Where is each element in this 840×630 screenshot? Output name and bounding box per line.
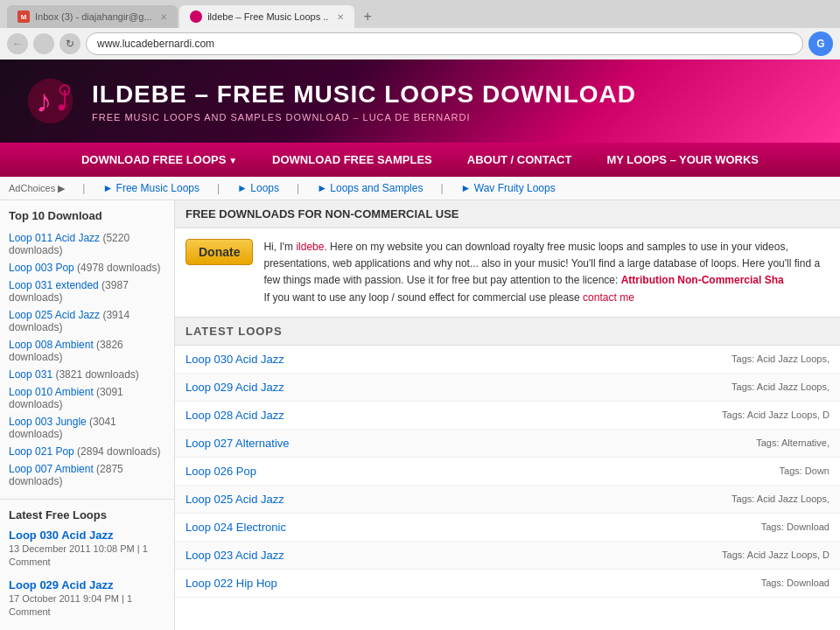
attribution-link[interactable]: Attribution Non-Commercial Sha [621, 274, 784, 286]
ad-sep-4: | [440, 182, 443, 194]
site-title: ILDEBE – FREE MUSIC LOOPS DOWNLOAD [92, 80, 636, 108]
gmail-favicon: M [18, 10, 30, 23]
loop-link[interactable]: Loop 003 Pop [9, 262, 74, 274]
tab-gmail-close[interactable]: ✕ [160, 12, 167, 22]
loop-tags: Tags: Acid Jazz Loops, [732, 494, 830, 504]
ad-link-wav-fruity[interactable]: ► Wav Fruity Loops [461, 182, 556, 194]
forward-button[interactable]: → [33, 33, 54, 54]
address-bar-row: ← → ↻ www.lucadebernardi.com G [0, 28, 840, 60]
list-item: Loop 031 (3821 downloads) [9, 366, 165, 383]
loops-table: Loop 030 Acid Jazz Tags: Acid Jazz Loops… [175, 346, 840, 598]
loop-link[interactable]: Loop 003 Jungle [9, 416, 87, 428]
table-row: Loop 026 Pop Tags: Down [175, 458, 840, 486]
ad-choices: AdChoices ▶ [9, 183, 65, 194]
ad-sep-1: | [82, 182, 85, 194]
table-row: Loop 028 Acid Jazz Tags: Acid Jazz Loops… [175, 402, 840, 430]
loop-title-link[interactable]: Loop 027 Alternative [186, 437, 290, 450]
list-item: Loop 008 Ambient (3826 downloads) [9, 336, 165, 366]
ad-sep-3: | [297, 182, 299, 194]
loop-tags: Tags: Alternative, [756, 438, 830, 448]
donate-area: Donate [186, 239, 253, 306]
site-logo: ♪ [26, 77, 74, 125]
site-header: ♪ ILDEBE – FREE MUSIC LOOPS DOWNLOAD FRE… [0, 60, 840, 143]
loop-link[interactable]: Loop 031 [9, 368, 52, 381]
loop-link[interactable]: Loop 010 Ambient [9, 386, 94, 398]
list-item: Loop 031 extended (3987 downloads) [9, 276, 165, 306]
table-row: Loop 030 Acid Jazz Tags: Acid Jazz Loops… [175, 346, 840, 374]
table-row: Loop 025 Acid Jazz Tags: Acid Jazz Loops… [175, 486, 840, 514]
loop-title-link[interactable]: Loop 024 Electronic [186, 521, 286, 534]
loop-030-link[interactable]: Loop 030 Acid Jazz [9, 528, 165, 542]
address-text: www.lucadebernardi.com [97, 38, 214, 50]
loop-030-meta: 13 December 2011 10:08 PM | 1 Comment [9, 543, 148, 567]
new-tab-button[interactable]: + [356, 5, 378, 28]
ildebe-link[interactable]: ildebe [296, 241, 324, 253]
intro-text: Hi, I'm ildebe. Here on my website you c… [263, 239, 830, 306]
list-item: Loop 025 Acid Jazz (3914 downloads) [9, 306, 165, 336]
table-row: Loop 027 Alternative Tags: Alternative, [175, 430, 840, 458]
contact-link[interactable]: contact me [583, 291, 634, 304]
loop-link[interactable]: Loop 011 Acid Jazz [9, 232, 100, 244]
list-item: Loop 003 Jungle (3041 downloads) [9, 413, 165, 443]
ad-link-free-loops[interactable]: ► Free Music Loops [102, 182, 200, 194]
loop-title-link[interactable]: Loop 022 Hip Hop [186, 577, 277, 590]
loop-title-link[interactable]: Loop 029 Acid Jazz [186, 381, 284, 394]
svg-point-4 [59, 104, 65, 110]
nav-download-loops[interactable]: DOWNLOAD FREE LOOPS [64, 143, 255, 177]
loop-tags: Tags: Download [761, 522, 830, 532]
site-subtitle: FREE MUSIC LOOPS AND SAMPLES DOWNLOAD – … [92, 112, 636, 122]
top10-list: Loop 011 Acid Jazz (5220 downloads) Loop… [9, 229, 165, 490]
loop-tags: Tags: Acid Jazz Loops, D [722, 550, 830, 560]
main-nav: DOWNLOAD FREE LOOPS DOWNLOAD FREE SAMPLE… [0, 143, 840, 177]
ad-bar: AdChoices ▶ | ► Free Music Loops | ► Loo… [0, 177, 840, 200]
latest-loops-sidebar-title: Latest Free Loops [9, 508, 165, 522]
loop-029-meta: 17 October 2011 9:04 PM | 1 Comment [9, 593, 132, 617]
main-content: Top 10 Download Loop 011 Acid Jazz (5220… [0, 200, 840, 630]
nav-about[interactable]: ABOUT / CONTACT [450, 143, 590, 177]
tab-gmail[interactable]: M Inbox (3) - diajahangir@g... ✕ [7, 5, 178, 28]
list-item: Loop 010 Ambient (3091 downloads) [9, 383, 165, 413]
latest-loops-main-header: LATEST LOOPS [175, 318, 840, 346]
reload-button[interactable]: ↻ [60, 33, 80, 54]
loop-link[interactable]: Loop 007 Ambient [9, 463, 94, 475]
download-count: (3821 downloads) [55, 368, 138, 381]
table-row: Loop 022 Hip Hop Tags: Download [175, 570, 840, 598]
latest-loops-sidebar-section: Latest Free Loops Loop 030 Acid Jazz 13 … [0, 500, 174, 630]
list-item: Loop 003 Pop (4978 downloads) [9, 259, 165, 276]
loop-link[interactable]: Loop 021 Pop [9, 445, 74, 458]
loop-title-link[interactable]: Loop 030 Acid Jazz [186, 353, 284, 366]
address-bar[interactable]: www.lucadebernardi.com [86, 32, 803, 55]
loop-link[interactable]: Loop 025 Acid Jazz [9, 309, 100, 321]
left-sidebar: Top 10 Download Loop 011 Acid Jazz (5220… [0, 200, 175, 630]
loop-tags: Tags: Down [780, 466, 830, 476]
ildebe-favicon [190, 10, 202, 23]
loop-title-link[interactable]: Loop 026 Pop [186, 465, 256, 478]
tab-ildebe-close[interactable]: ✕ [337, 12, 344, 22]
donate-button[interactable]: Donate [186, 239, 253, 265]
tab-gmail-label: Inbox (3) - diajahangir@g... [35, 11, 151, 22]
table-row: Loop 029 Acid Jazz Tags: Acid Jazz Loops… [175, 374, 840, 402]
content-top: Donate Hi, I'm ildebe. Here on my websit… [175, 228, 840, 318]
table-row: Loop 024 Electronic Tags: Download [175, 514, 840, 542]
list-item: Loop 011 Acid Jazz (5220 downloads) [9, 229, 165, 259]
tab-ildebe-label: ildebe – Free Music Loops ... [207, 11, 328, 22]
download-count: (4978 downloads) [77, 262, 160, 274]
back-button[interactable]: ← [7, 33, 28, 54]
loop-title-link[interactable]: Loop 023 Acid Jazz [186, 549, 284, 562]
nav-my-loops[interactable]: MY LOOPS – YOUR WORKS [589, 143, 776, 177]
list-item: Loop 030 Acid Jazz 13 December 2011 10:0… [9, 528, 165, 568]
tab-ildebe[interactable]: ildebe – Free Music Loops ... ✕ [179, 5, 354, 28]
ad-link-loops-samples[interactable]: ► Loops and Samples [317, 182, 423, 194]
google-search-button[interactable]: G [808, 32, 833, 56]
list-item: Loop 021 Pop (2894 downloads) [9, 443, 165, 460]
loop-link[interactable]: Loop 031 extended [9, 279, 99, 291]
loop-link[interactable]: Loop 008 Ambient [9, 339, 94, 351]
right-content: FREE DOWNLOADS FOR NON-COMMERCIAL USE Do… [175, 200, 840, 630]
tab-bar: M Inbox (3) - diajahangir@g... ✕ ildebe … [0, 0, 840, 28]
loop-029-link[interactable]: Loop 029 Acid Jazz [9, 578, 165, 592]
ad-link-loops[interactable]: ► Loops [237, 182, 279, 194]
loop-title-link[interactable]: Loop 025 Acid Jazz [186, 493, 284, 506]
loop-title-link[interactable]: Loop 028 Acid Jazz [186, 409, 284, 422]
nav-download-samples[interactable]: DOWNLOAD FREE SAMPLES [255, 143, 450, 177]
table-row: Loop 023 Acid Jazz Tags: Acid Jazz Loops… [175, 542, 840, 570]
